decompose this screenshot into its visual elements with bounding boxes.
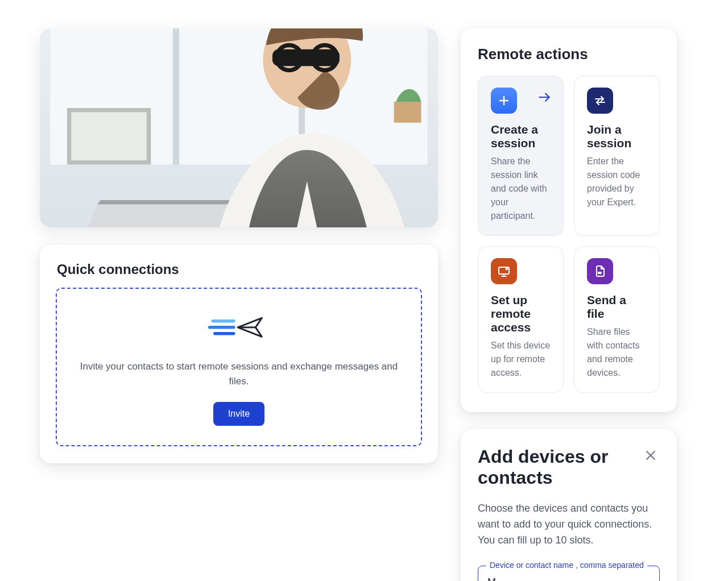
svg-rect-12 (69, 110, 149, 163)
add-devices-panel: Add devices or contacts Choose the devic… (461, 429, 677, 581)
monitor-share-icon (491, 258, 517, 284)
quick-connections-panel: Quick connections Invite your contacts t… (40, 244, 438, 463)
tile-create-session[interactable]: Create a session Share the session link … (478, 76, 564, 236)
tile-title: Create a session (491, 123, 551, 150)
tile-setup-remote-access[interactable]: Set up remote access Set this device up … (478, 246, 564, 393)
svg-rect-18 (272, 49, 340, 66)
svg-marker-15 (97, 200, 249, 204)
tile-title: Set up remote access (491, 293, 551, 334)
hero-photo (40, 28, 438, 227)
remote-actions-title: Remote actions (478, 45, 660, 63)
send-fast-icon (208, 314, 270, 342)
arrow-right-icon (537, 90, 552, 107)
svg-point-6 (506, 268, 508, 271)
tile-desc: Enter the session code provided by your … (587, 155, 647, 209)
device-name-field[interactable]: Device or contact name , comma separated (478, 566, 660, 581)
tile-send-file[interactable]: Send a file Share files with contacts an… (574, 246, 660, 393)
svg-rect-23 (394, 102, 421, 123)
quick-connections-title: Quick connections (40, 244, 438, 288)
quick-connections-text: Invite your contacts to start remote ses… (71, 359, 407, 389)
file-send-icon (587, 258, 613, 284)
swap-arrows-icon (587, 88, 613, 114)
quick-connections-dropzone: Invite your contacts to start remote ses… (56, 288, 422, 446)
close-icon[interactable] (642, 446, 660, 467)
device-name-input[interactable] (487, 576, 650, 581)
device-name-label: Device or contact name , comma separated (486, 561, 647, 570)
add-devices-title: Add devices or contacts (478, 446, 642, 488)
invite-button[interactable]: Invite (213, 402, 264, 426)
plus-icon (491, 88, 517, 114)
remote-actions-panel: Remote actions Create a session Share th… (461, 28, 677, 412)
tile-title: Join a session (587, 123, 647, 150)
tile-title: Send a file (587, 293, 647, 321)
add-devices-description: Choose the devices and contacts you want… (478, 501, 660, 549)
tile-desc: Share files with contacts and remote dev… (587, 325, 647, 380)
tile-join-session[interactable]: Join a session Enter the session code pr… (574, 76, 660, 236)
tile-desc: Set this device up for remote access. (491, 339, 551, 380)
tile-desc: Share the session link and code with you… (491, 155, 551, 223)
